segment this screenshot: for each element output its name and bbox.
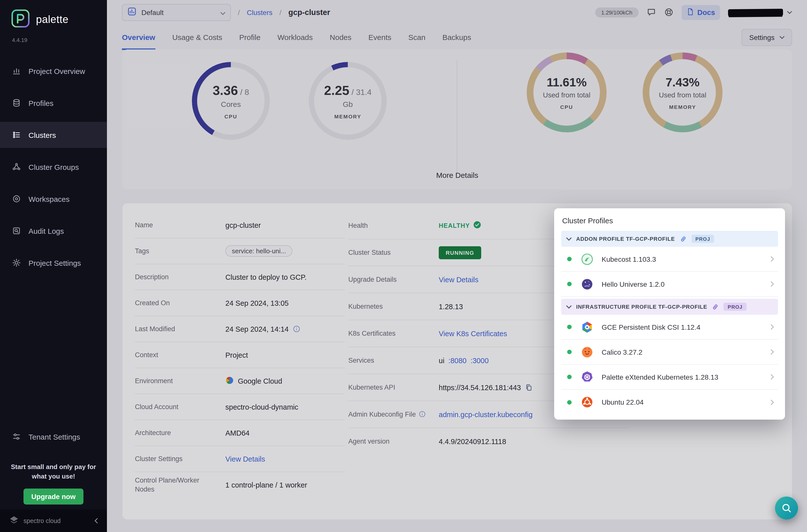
chevron-down-icon [787, 11, 792, 14]
profile-item-pxk[interactable]: Palette eXtended Kubernetes 1.28.13 [561, 365, 778, 390]
service-port-8080-link[interactable]: :8080 [449, 356, 467, 364]
document-icon [686, 7, 694, 17]
link-icon [679, 235, 687, 243]
kubeconfig-download-link[interactable]: admin.gcp-cluster.kubeconfig [439, 410, 533, 418]
tab-overview[interactable]: Overview [122, 24, 155, 50]
tab-workloads[interactable]: Workloads [278, 24, 313, 50]
sidebar-item-project-overview[interactable]: Project Overview [0, 58, 107, 84]
info-icon[interactable] [419, 411, 426, 418]
more-details-button[interactable]: More Details [123, 171, 792, 179]
detail-row-tags: Tags service: hello-uni... [135, 238, 345, 264]
section-name: ADDON PROFILE TF-GCP-PROFILE [576, 236, 675, 242]
chevron-right-icon [771, 256, 774, 262]
chevron-right-icon [771, 374, 774, 380]
cluster-settings-view-details-link[interactable]: View Details [225, 455, 265, 463]
panel-title: Cluster Profiles [562, 216, 778, 225]
link-icon [712, 303, 719, 310]
memory-label: MEMORY [334, 113, 361, 119]
tab-events[interactable]: Events [369, 24, 392, 50]
row-label: Created On [135, 299, 225, 307]
status-dot [567, 257, 571, 261]
spectro-cloud-logo-icon [9, 515, 19, 526]
tag-chip[interactable]: service: hello-uni... [225, 245, 293, 257]
infrastructure-profile-section-header[interactable]: INFRASTRUCTURE PROFILE TF-GCP-PROFILE PR… [561, 299, 778, 315]
clusters-list-icon [12, 130, 21, 139]
memory-usage-caption: Used from total [659, 91, 706, 99]
search-fab-button[interactable] [775, 496, 798, 519]
utilization-card: 3.36 / 8 Cores CPU 2.25 / 31.4 Gb MEMORY [123, 50, 792, 189]
help-icon[interactable] [664, 7, 673, 17]
breadcrumb-separator: / [280, 8, 282, 16]
settings-button[interactable]: Settings [742, 29, 792, 46]
gear-icon [12, 258, 21, 267]
sidebar-item-workspaces[interactable]: Workspaces [0, 186, 107, 212]
tab-nodes[interactable]: Nodes [330, 24, 352, 50]
row-value: spectro-cloud-dynamic [225, 403, 298, 411]
sidebar-item-label: Project Overview [29, 67, 85, 75]
target-icon [12, 194, 21, 203]
docs-button[interactable]: Docs [681, 5, 720, 20]
cpu-label: CPU [224, 113, 237, 119]
profile-item-hello-universe[interactable]: Hello Universe 1.2.0 [561, 272, 778, 297]
service-port-3000-link[interactable]: :3000 [470, 356, 489, 364]
collapse-sidebar-icon[interactable] [94, 518, 98, 524]
tab-scan[interactable]: Scan [408, 24, 425, 50]
user-account-menu[interactable] [728, 9, 792, 16]
row-label: Architecture [135, 428, 225, 437]
chat-icon[interactable] [646, 7, 656, 17]
profile-item-gce-disk[interactable]: GCE Persistent Disk CSI 1.12.4 [561, 315, 778, 340]
settings-label: Settings [749, 33, 774, 41]
project-selector-value: Default [142, 8, 215, 16]
google-cloud-icon [225, 376, 234, 386]
detail-row-name: Name gcp-cluster [135, 212, 345, 238]
detail-row-environment: Environment Google Cloud [135, 368, 345, 394]
row-label: Description [135, 272, 225, 281]
sidebar-item-project-settings[interactable]: Project Settings [0, 250, 107, 276]
detail-row-architecture: Architecture AMD64 [135, 420, 345, 446]
sidebar-item-label: Profiles [29, 99, 54, 107]
info-icon[interactable] [293, 325, 300, 333]
upgrade-view-details-link[interactable]: View Details [439, 276, 478, 284]
tab-backups[interactable]: Backups [443, 24, 471, 50]
sidebar-item-profiles[interactable]: Profiles [0, 90, 107, 116]
memory-used-value: 2.25 [324, 83, 349, 98]
profile-item-name: Kubecost 1.103.3 [602, 255, 771, 263]
sidebar-item-tenant-settings[interactable]: Tenant Settings [0, 424, 107, 450]
breadcrumb-clusters-link[interactable]: Clusters [247, 8, 273, 16]
copy-icon[interactable] [525, 383, 533, 392]
status-dot [567, 282, 571, 286]
top-bar: Default / Clusters / gcp-cluster 1.29/10… [107, 0, 807, 24]
profile-item-calico[interactable]: Calico 3.27.2 [561, 340, 778, 365]
cpu-used-value: 3.36 [213, 83, 238, 98]
project-scope-selector[interactable]: Default [122, 4, 231, 21]
detail-row-nodes: Control Plane/Worker Nodes 1 control-pla… [135, 472, 345, 498]
sidebar-item-label: Project Settings [29, 259, 81, 267]
sidebar-item-audit-logs[interactable]: Audit Logs [0, 218, 107, 244]
view-k8s-certificates-link[interactable]: View K8s Certificates [439, 329, 507, 338]
cpu-usage-percent: 11.61% [547, 75, 587, 89]
brand-name: palette [36, 14, 69, 25]
status-dot [567, 400, 571, 404]
tab-profile[interactable]: Profile [239, 24, 261, 50]
detail-row-description: Description Cluster to deploy to GCP. [135, 264, 345, 290]
promo-text: Start small and only pay for what you us… [0, 456, 107, 481]
addon-profile-section-header[interactable]: ADDON PROFILE TF-GCP-PROFILE PROJ [561, 231, 778, 247]
sidebar-item-cluster-groups[interactable]: Cluster Groups [0, 154, 107, 180]
upgrade-now-button[interactable]: Upgrade now [23, 488, 83, 504]
row-label: Admin Kubeconfig File [348, 410, 416, 419]
row-value: 24 Sep 2024, 14:14 [225, 325, 288, 333]
profile-item-kubecost[interactable]: Kubecost 1.103.3 [561, 247, 778, 272]
memory-usage-percent: 7.43% [665, 75, 699, 89]
chevron-right-icon [771, 399, 774, 405]
profile-item-ubuntu[interactable]: Ubuntu 22.04 [561, 390, 778, 415]
tab-usage-costs[interactable]: Usage & Costs [172, 24, 222, 50]
row-value: gcp-cluster [225, 221, 261, 229]
row-value: Project [225, 351, 248, 359]
breadcrumb-separator: / [238, 8, 240, 16]
row-value: 1 control-plane / 1 worker [225, 481, 307, 489]
cluster-tabs: Overview Usage & Costs Profile Workloads… [107, 24, 807, 50]
scope-badge: PROJ [691, 235, 714, 243]
detail-row-cloud-account: Cloud Account spectro-cloud-dynamic [135, 394, 345, 420]
sidebar-item-clusters[interactable]: Clusters [0, 122, 107, 148]
main-area: Default / Clusters / gcp-cluster 1.29/10… [107, 0, 807, 532]
